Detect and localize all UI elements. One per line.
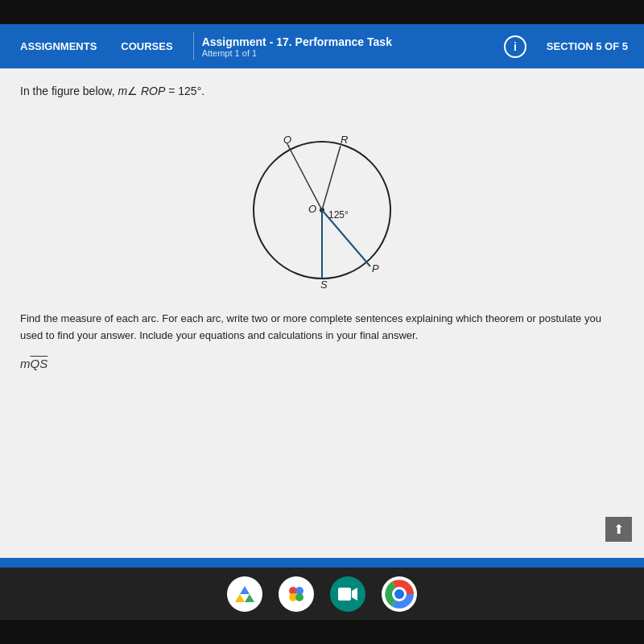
point-O: O [308,203,316,215]
svg-marker-9 [245,594,254,602]
nav-header: ASSIGNMENTS COURSES Assignment - 17. Per… [0,24,644,68]
point-S: S [320,279,328,291]
svg-point-13 [295,593,303,601]
circle-diagram: Q R O P S 125° [233,118,411,295]
nav-divider [193,32,194,60]
svg-marker-8 [235,594,245,602]
attempt-label: Attempt 1 of 1 [202,48,492,58]
nav-assignments[interactable]: ASSIGNMENTS [8,40,109,52]
instruction-text: Find the measure of each arc. For each a… [20,311,624,345]
main-content: In the figure below, m∠ ROP = 125°. Q [0,68,644,558]
geometry-svg: Q R O P S 125° [233,118,411,295]
point-R: R [341,134,348,146]
upload-button[interactable]: ⬆ [605,517,632,542]
nav-assignment-title: Assignment - 17. Performance Task Attemp… [202,35,492,58]
svg-point-18 [394,589,404,599]
bottom-strip [0,620,644,644]
svg-rect-14 [338,588,351,601]
point-P: P [372,262,379,275]
svg-line-3 [288,146,322,210]
svg-marker-7 [240,586,250,594]
drive-icon[interactable] [227,576,262,612]
diagram-area: Q R O P S 125° [20,118,624,295]
info-icon[interactable]: i [504,35,526,58]
meet-icon[interactable] [330,576,365,612]
section-label: SECTION 5 OF 5 [539,40,636,52]
angle-label: 125° [328,209,349,221]
chrome-icon[interactable] [382,576,417,612]
problem-statement: In the figure below, m∠ ROP = 125°. [20,85,624,97]
arc-notation: QS [31,357,48,370]
nav-courses[interactable]: COURSES [109,40,184,52]
point-Q: Q [283,134,291,146]
taskbar [0,568,644,620]
photos-icon[interactable] [279,576,314,612]
top-bar [0,0,644,24]
svg-line-2 [322,146,341,210]
assignment-name: Assignment - 17. Performance Task [202,35,492,48]
svg-marker-15 [352,588,357,601]
answer-arc-label: mQS [20,357,624,370]
bottom-blue-bar [0,558,644,568]
